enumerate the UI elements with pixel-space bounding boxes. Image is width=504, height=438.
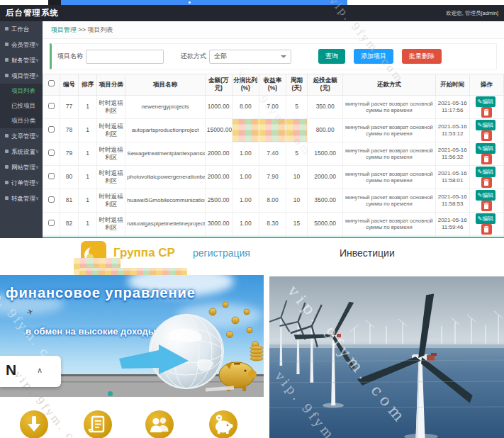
table-cell: 2021-05-16 11:17:56	[435, 95, 469, 118]
edit-button[interactable]: ✎编辑	[476, 167, 496, 177]
edit-button[interactable]: ✎编辑	[476, 120, 496, 130]
repay-method-value: 全部	[214, 52, 227, 61]
sidebar-item[interactable]: 工作台	[0, 21, 43, 37]
table-cell: 5	[286, 95, 308, 118]
team-icon[interactable]	[145, 410, 174, 438]
sidebar-item-label: 财务管理	[11, 57, 35, 64]
sidebar-item-label: 订单管理	[11, 179, 35, 186]
chevron-down-icon: ∨	[35, 128, 39, 144]
sidebar-item[interactable]: 文章管理∨	[0, 128, 43, 144]
table-cell	[259, 118, 286, 142]
table-cell: 2021-05-16 11:58:01	[435, 165, 469, 189]
table-cell: 7.40	[259, 142, 286, 165]
add-project-button[interactable]: 添加项目	[354, 49, 393, 64]
column-header: 分润比列(%)	[232, 74, 259, 96]
savings-icon[interactable]	[208, 410, 238, 438]
wind-farm-photo	[269, 276, 504, 438]
table-cell: 78	[60, 118, 79, 142]
language-value: N	[6, 361, 16, 378]
main-content: 项目管理 >> 项目列表 项目名称 还款方式 全部 查询 添加项目 批量删除	[43, 21, 504, 238]
table-cell: 3500.00	[308, 189, 343, 212]
edit-button[interactable]: ✎编辑	[476, 213, 496, 224]
edit-button[interactable]: ✎编辑	[476, 143, 496, 154]
investments-link[interactable]: Инвестиции	[340, 247, 395, 259]
table-row: 781时时返福利区autopartsproductionproject15000…	[43, 118, 504, 142]
page: 后台管理系统 欢迎您, 管理员[admin] 工作台会员管理∨财务管理∨项目管理…	[0, 0, 504, 438]
table-cell: ✎编辑	[469, 95, 503, 118]
chevron-down-icon: ∨	[35, 37, 39, 52]
table-cell: 15	[286, 212, 308, 235]
edit-button[interactable]: ✎编辑	[476, 190, 496, 201]
table-cell: 2000.00	[205, 142, 232, 165]
menu-icon	[5, 58, 9, 62]
language-selector[interactable]: N ∧	[0, 356, 61, 387]
repay-method-select[interactable]: 全部	[209, 50, 291, 64]
table-cell: 1.00	[232, 189, 259, 212]
row-checkbox[interactable]	[48, 220, 55, 226]
breadcrumb-parent[interactable]: 项目管理	[51, 26, 77, 33]
table-cell: 8.00	[232, 95, 259, 118]
contract-icon[interactable]	[83, 410, 113, 438]
batch-delete-button[interactable]: 批量删除	[402, 49, 442, 64]
edit-button[interactable]: ✎编辑	[476, 96, 496, 107]
table-cell: 350.00	[308, 95, 343, 118]
delete-button[interactable]	[481, 154, 492, 164]
chevron-down-icon: ∨	[35, 191, 39, 206]
table-cell: 2000.00	[205, 165, 232, 189]
table-cell: 时时返福利区	[97, 118, 125, 142]
download-icon[interactable]	[19, 410, 49, 438]
sidebar-item[interactable]: 转盘管理∨	[0, 191, 43, 206]
menu-icon	[5, 134, 9, 137]
sidebar-item-label: 网站管理	[11, 164, 35, 171]
sidebar-item-label: 项目管理	[11, 72, 35, 79]
sidebar-item[interactable]: 网站管理∨	[0, 159, 43, 175]
column-header: 项目分类	[97, 74, 125, 96]
column-header: 排序	[79, 74, 97, 96]
table-cell: 7.00	[259, 95, 286, 118]
table-cell	[43, 212, 60, 235]
register-link[interactable]: регистрация	[193, 247, 250, 259]
sidebar-subitem[interactable]: 项目分类	[0, 113, 43, 128]
row-checkbox[interactable]	[48, 150, 55, 156]
chevron-up-icon: ∧	[37, 366, 43, 375]
filter-panel: 项目名称 还款方式 全部 查询 添加项目 批量删除	[50, 43, 497, 69]
sidebar-subitem[interactable]: 项目列表	[0, 84, 43, 99]
chevron-up-icon: ∧	[35, 68, 39, 84]
delete-button[interactable]	[481, 107, 492, 118]
table-cell: 时时返福利区	[97, 212, 125, 235]
table-cell: минутный расчет возврат основной суммы п…	[343, 142, 435, 165]
sidebar-item[interactable]: 财务管理∨	[0, 52, 43, 68]
select-all-checkbox[interactable]	[48, 80, 55, 86]
project-table: 编号排序项目分类项目名称金额(万元)分润比列(%)收益率(%)周期(天)起投金额…	[43, 74, 504, 238]
table-cell: 1	[79, 95, 97, 118]
table-cell: ✎编辑	[469, 165, 503, 189]
row-checkbox[interactable]	[48, 103, 55, 109]
table-cell	[43, 118, 60, 142]
table-cell: 2021-05-16 11:58:53	[435, 189, 469, 212]
table-cell: 1500.00	[308, 142, 343, 165]
sidebar-item[interactable]: 系统设置∨	[0, 144, 43, 159]
sidebar-subitem[interactable]: 已投项目	[0, 99, 43, 113]
table-cell: 1000.00	[205, 95, 232, 118]
delete-button[interactable]	[481, 130, 492, 141]
sidebar-item[interactable]: 会员管理∨	[0, 37, 43, 52]
table-cell: photovoltaicpowergenerationbaseprojects	[125, 165, 205, 189]
project-name-input[interactable]	[86, 50, 164, 64]
browser-loading-bar	[61, 0, 347, 5]
finance-banner: финансовое управление ✈ в обмен на высок…	[0, 275, 264, 397]
table-cell: 10	[286, 165, 308, 189]
delete-button[interactable]	[481, 201, 492, 211]
carousel-dot[interactable]	[108, 391, 113, 396]
search-button[interactable]: 查询	[318, 49, 345, 64]
table-cell	[43, 189, 60, 212]
table-row: 801时时返福利区photovoltaicpowergenerationbase…	[43, 165, 504, 189]
delete-button[interactable]	[481, 177, 492, 188]
sidebar-item[interactable]: 项目管理∧	[0, 68, 43, 84]
breadcrumb-current: 项目列表	[88, 26, 113, 33]
delete-button[interactable]	[481, 224, 492, 235]
table-cell: 8.30	[259, 212, 286, 235]
row-checkbox[interactable]	[48, 196, 55, 203]
row-checkbox[interactable]	[48, 126, 55, 133]
row-checkbox[interactable]	[48, 173, 55, 179]
sidebar-item[interactable]: 订单管理∨	[0, 175, 43, 191]
